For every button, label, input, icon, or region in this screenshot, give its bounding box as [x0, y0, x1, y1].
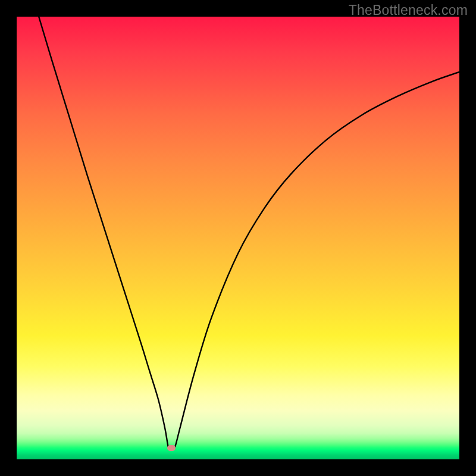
chart-container: TheBottleneck.com — [0, 0, 476, 476]
optimal-point-marker — [167, 445, 176, 451]
plot-area — [17, 17, 459, 459]
bottleneck-curve — [17, 17, 459, 459]
watermark-text: TheBottleneck.com — [349, 2, 468, 18]
curve-path — [39, 17, 459, 449]
